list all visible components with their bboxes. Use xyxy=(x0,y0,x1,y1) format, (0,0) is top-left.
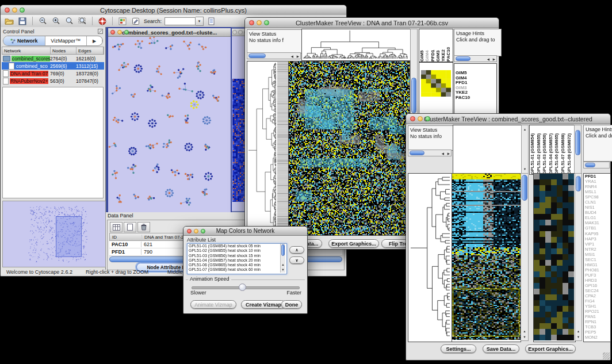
attribute-list[interactable]: GPL51-01 (GSM854) heat shock 05 minGPL51… xyxy=(187,243,287,274)
network-row[interactable]: RNAPuberNov2+ 563(0) 107847(0) xyxy=(2,77,104,85)
usage-hints-scrollbar[interactable] xyxy=(454,55,497,62)
scroll-left-icon[interactable] xyxy=(291,53,293,60)
column-mini-scrollbar[interactable] xyxy=(521,125,529,174)
column-labels-scrollbar[interactable] xyxy=(574,125,582,174)
view-status-scrollbar[interactable] xyxy=(247,52,301,59)
animate-vizmap-button[interactable]: Animate Vizmap xyxy=(190,300,236,309)
treeview2-titlebar[interactable]: ClusterMaker TreeView : combined_scores_… xyxy=(406,114,610,124)
network-row[interactable]: DNA and Tran 07 769(0) 183728(0) xyxy=(2,70,104,77)
done-button[interactable]: Done xyxy=(281,300,302,309)
frame-close-button[interactable] xyxy=(110,30,115,35)
treeview1-titlebar[interactable]: ClusterMaker TreeView : DNA and Tran 07-… xyxy=(245,18,499,28)
move-up-button[interactable]: ∧ xyxy=(289,246,304,254)
row-dendrogram-panel[interactable] xyxy=(247,61,289,236)
scroll-down-icon[interactable] xyxy=(281,267,285,273)
close-button[interactable] xyxy=(5,7,10,13)
tabs-overflow-button[interactable]: ▶ xyxy=(87,36,102,45)
export-graphics-button[interactable]: Export Graphics... xyxy=(328,239,379,248)
zoom-heatmap-canvas[interactable] xyxy=(534,174,574,340)
create-vizmap-button[interactable]: Create Vizmap xyxy=(241,300,286,309)
birdseye-view[interactable] xyxy=(2,201,106,267)
scroll-up-icon[interactable] xyxy=(575,328,582,334)
row-dendrogram-canvas[interactable] xyxy=(247,62,289,235)
scroll-down-icon[interactable] xyxy=(522,166,528,172)
animation-speed-slider-thumb[interactable] xyxy=(239,283,246,291)
zoom-scrollbar[interactable] xyxy=(575,173,582,341)
usage-hints-scrollbar[interactable] xyxy=(583,162,610,168)
scroll-up-icon[interactable] xyxy=(521,328,528,334)
scrollbar-thumb[interactable] xyxy=(411,78,416,113)
zoom-button[interactable] xyxy=(201,229,205,233)
scroll-right-icon[interactable] xyxy=(493,56,495,63)
minimize-button[interactable] xyxy=(12,7,17,13)
scrollbar-thumb[interactable] xyxy=(585,163,595,167)
scroll-left-icon[interactable] xyxy=(487,56,489,63)
open-file-icon[interactable] xyxy=(4,16,14,26)
network-list-area[interactable] xyxy=(2,87,104,198)
scrollbar-thumb[interactable] xyxy=(248,53,266,58)
attribute-list-item[interactable]: GPL51-07 (GSM868) heat shock 60 min xyxy=(188,267,286,272)
zoom-button[interactable] xyxy=(425,116,430,121)
row-dendrogram-panel[interactable] xyxy=(408,173,452,342)
zoom-in-icon[interactable] xyxy=(51,16,61,26)
move-down-button[interactable]: ∨ xyxy=(289,256,304,264)
zoom-heatmap-panel[interactable] xyxy=(533,173,576,342)
save-icon[interactable] xyxy=(17,16,28,26)
close-button[interactable] xyxy=(410,116,415,121)
heatmap-canvas[interactable] xyxy=(452,174,521,340)
import-attributes-icon[interactable] xyxy=(206,16,217,26)
birdseye-canvas[interactable] xyxy=(3,201,104,266)
column-dendrogram-panel[interactable] xyxy=(301,29,411,61)
settings-button[interactable]: Settings... xyxy=(441,344,476,353)
scroll-right-icon[interactable] xyxy=(447,150,450,157)
scroll-right-icon[interactable] xyxy=(297,53,299,60)
tab-vizmapper[interactable]: VizMapper™ xyxy=(45,36,87,45)
tab-network[interactable]: Network xyxy=(3,36,45,45)
float-panel-icon[interactable] xyxy=(98,29,103,34)
zoom-selected-icon[interactable] xyxy=(64,16,74,26)
zoom-button[interactable] xyxy=(264,20,269,25)
main-titlebar[interactable]: Cytoscape Desktop (Session Name: collins… xyxy=(1,5,346,16)
search-input[interactable] xyxy=(165,17,196,25)
frame-zoom-button[interactable] xyxy=(124,30,129,35)
scroll-down-icon[interactable] xyxy=(575,334,582,340)
export-graphics-button[interactable]: Export Graphics... xyxy=(525,344,576,353)
annotation-icon[interactable] xyxy=(131,16,141,26)
resize-grip[interactable] xyxy=(603,352,610,359)
network-view-titlebar[interactable]: combined_scores_good.txt--cluste... xyxy=(108,28,231,37)
dialog-titlebar[interactable]: Map Colors to Network xyxy=(183,227,307,236)
scroll-left-icon[interactable] xyxy=(442,150,444,157)
attribute-list-item[interactable]: GPL51-01 (GSM854) heat shock 05 min xyxy=(188,244,286,248)
scroll-up-icon[interactable] xyxy=(522,127,528,132)
save-data-button[interactable]: Save Data... xyxy=(483,344,519,353)
zoom-button[interactable] xyxy=(20,7,25,13)
column-dendrogram-canvas[interactable] xyxy=(302,29,409,59)
attribute-table-icon[interactable] xyxy=(110,222,123,232)
scroll-down-icon[interactable] xyxy=(521,334,528,340)
scrollbar-thumb[interactable] xyxy=(281,244,285,256)
network-row-selected[interactable]: combined_sco 2569(6) 13112(15) xyxy=(2,62,104,70)
frame-minimize-button[interactable] xyxy=(117,30,122,35)
attribute-list-scrollbar[interactable] xyxy=(280,244,285,273)
scrollbar-thumb[interactable] xyxy=(575,130,580,155)
attribute-list-item[interactable]: GPL51-04 (GSM857) heat shock 20 min xyxy=(188,258,286,263)
close-button[interactable] xyxy=(249,20,254,25)
attribute-list-item[interactable]: GPL51-03 (GSM856) heat shock 15 min xyxy=(188,254,286,258)
view-status-scrollbar[interactable] xyxy=(408,150,452,156)
heatmap-panel[interactable] xyxy=(288,61,410,236)
search-dropdown-button[interactable] xyxy=(196,17,204,26)
scrollbar-thumb[interactable] xyxy=(522,175,527,201)
delete-attribute-icon[interactable] xyxy=(137,222,150,232)
heatmap-canvas[interactable] xyxy=(289,62,410,235)
zoom-fit-icon[interactable] xyxy=(77,16,87,26)
summary-matrix-canvas[interactable] xyxy=(421,70,451,97)
minimize-button[interactable] xyxy=(418,116,423,121)
row-dendrogram-canvas[interactable] xyxy=(408,174,452,340)
scrollbar-thumb[interactable] xyxy=(456,56,471,61)
help-lifering-icon[interactable] xyxy=(97,16,108,26)
minimize-button[interactable] xyxy=(257,20,262,25)
attribute-list-item[interactable]: GPL51-06 (GSM865) heat shock 40 min xyxy=(188,263,286,267)
vertical-scrollbar[interactable] xyxy=(521,173,529,341)
heatmap-panel[interactable] xyxy=(452,173,521,342)
scrollbar-thumb[interactable] xyxy=(576,176,581,191)
